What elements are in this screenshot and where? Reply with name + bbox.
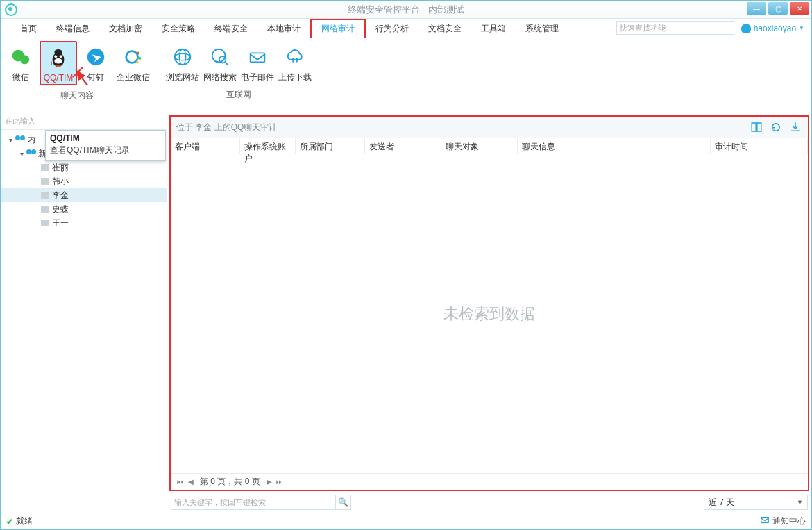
col-sender[interactable]: 发送者 [365, 138, 441, 154]
chevron-down-icon: ▼ [799, 25, 804, 31]
menu-net-audit[interactable]: 网络审计 [310, 19, 366, 38]
svg-rect-18 [251, 53, 265, 62]
tooltip-title: QQ/TIM [50, 133, 161, 143]
grid-empty: 未检索到数据 [171, 154, 808, 473]
menu-security[interactable]: 安全策略 [152, 19, 205, 38]
time-range-value: 近 7 天 [709, 497, 734, 508]
minimize-button[interactable]: — [747, 2, 766, 15]
menu-behavior[interactable]: 行为分析 [366, 19, 418, 38]
pager-prev[interactable]: ◀ [186, 478, 196, 486]
menu-doc-encrypt[interactable]: 文档加密 [99, 19, 152, 38]
user-name: haoxiaoyao [754, 24, 796, 33]
ribbon-email[interactable]: 电子邮件 [239, 41, 276, 85]
svg-point-16 [219, 56, 226, 63]
group-icon [26, 149, 36, 158]
search-icon[interactable]: 🔍 [335, 495, 350, 510]
globe-icon [171, 45, 194, 69]
status-ok-icon: ✔ [6, 517, 13, 527]
menu-term-sec[interactable]: 终端安全 [205, 19, 257, 38]
ribbon-qq-tim[interactable]: QQ/TIM [40, 41, 77, 85]
menu-sys-mgmt[interactable]: 系统管理 [516, 19, 568, 38]
keyword-input[interactable]: 输入关键字，按回车键检索... [171, 497, 335, 508]
col-target[interactable]: 聊天对象 [441, 138, 518, 154]
close-button[interactable]: ✕ [790, 2, 809, 15]
ribbon: 微信 QQ/TIM 钉钉 [1, 38, 811, 113]
terminal-icon [41, 192, 49, 199]
refresh-button[interactable] [769, 120, 783, 134]
org-tree: QQ/TIM 查看QQ/TIM聊天记录 ▾ 内 ▾ 新媒体一部 (0/5) 崔丽 [1, 130, 167, 233]
tree-leaf[interactable]: 韩小 [1, 174, 167, 188]
status-text: 就绪 [16, 515, 33, 527]
col-message[interactable]: 聊天信息 [518, 138, 711, 154]
terminal-icon [41, 178, 49, 185]
svg-point-15 [212, 49, 226, 63]
content-panel: 位于 李金 上的QQ聊天审计 客户端 操作系统账户 所属部门 [167, 113, 811, 513]
col-dept[interactable]: 所属部门 [296, 138, 365, 154]
cloud-transfer-icon [283, 45, 307, 69]
svg-point-5 [60, 55, 62, 58]
menu-local-audit[interactable]: 本地审计 [257, 19, 310, 38]
svg-rect-24 [757, 123, 761, 131]
menu-toolbox[interactable]: 工具箱 [471, 19, 516, 38]
user-menu[interactable]: haoxiaoyao ▼ [734, 19, 811, 38]
audit-header: 位于 李金 上的QQ聊天审计 [171, 117, 808, 138]
ribbon-dingding[interactable]: 钉钉 [77, 41, 115, 85]
svg-point-11 [136, 61, 139, 64]
grid-header: 客户端 操作系统账户 所属部门 发送者 聊天对象 聊天信息 审计时间 [171, 138, 808, 154]
pager-first[interactable]: ⏮ [175, 478, 186, 486]
columns-button[interactable] [750, 120, 763, 134]
qq-icon [46, 47, 70, 70]
menu-doc-sec[interactable]: 文档安全 [418, 19, 471, 38]
terminal-icon [41, 206, 49, 213]
pager-next[interactable]: ▶ [264, 478, 274, 486]
svg-point-8 [126, 51, 138, 63]
ribbon-wechat[interactable]: 微信 [2, 41, 40, 85]
svg-point-3 [54, 58, 62, 64]
tree-search-input[interactable]: 在此输入 [1, 113, 167, 130]
mail-icon [760, 515, 770, 527]
ribbon-work-wechat[interactable]: 企业微信 [115, 41, 152, 85]
chevron-down-icon: ▼ [797, 499, 803, 506]
notification-center[interactable]: 通知中心 [760, 515, 806, 527]
tree-leaf[interactable]: 崔丽 [1, 160, 167, 174]
terminal-icon [41, 164, 49, 171]
pager-text: 第 0 页，共 0 页 [196, 476, 264, 488]
title-bar: 终端安全管控平台 - 内部测试 — ▢ ✕ [1, 1, 811, 19]
time-range-select[interactable]: 近 7 天 ▼ [704, 495, 808, 510]
menu-bar: 首页 终端信息 文档加密 安全策略 终端安全 本地审计 网络审计 行为分析 文档… [1, 19, 811, 38]
pager-last[interactable]: ⏭ [274, 478, 285, 486]
export-button[interactable] [788, 120, 802, 134]
maximize-button[interactable]: ▢ [768, 2, 788, 15]
audit-container: 位于 李金 上的QQ聊天审计 客户端 操作系统账户 所属部门 [169, 115, 809, 491]
tooltip-qq-tim: QQ/TIM 查看QQ/TIM聊天记录 [45, 130, 166, 161]
svg-point-1 [20, 55, 29, 64]
email-icon [246, 45, 269, 69]
ribbon-upload-download[interactable]: 上传下载 [276, 41, 314, 85]
user-icon [741, 24, 751, 33]
quick-search-input[interactable]: 快速查找功能 [616, 21, 734, 35]
svg-point-14 [179, 49, 185, 65]
keyword-search[interactable]: 输入关键字，按回车键检索... 🔍 [171, 495, 351, 510]
col-client[interactable]: 客户端 [171, 138, 240, 154]
svg-point-13 [175, 53, 191, 60]
tree-leaf[interactable]: 王一 [1, 216, 167, 230]
ribbon-search[interactable]: 网络搜索 [201, 41, 239, 85]
svg-point-9 [137, 52, 140, 55]
dingding-icon [84, 45, 108, 69]
tree-panel: 在此输入 QQ/TIM 查看QQ/TIM聊天记录 ▾ 内 ▾ 新媒体一部 (0/… [1, 113, 167, 513]
filter-row: 输入关键字，按回车键检索... 🔍 近 7 天 ▼ [169, 491, 809, 511]
tree-leaf-selected[interactable]: 李金 [1, 188, 167, 202]
svg-point-4 [54, 55, 57, 58]
menu-terminal[interactable]: 终端信息 [46, 19, 99, 38]
ribbon-browse[interactable]: 浏览网站 [164, 41, 201, 85]
col-osuser[interactable]: 操作系统账户 [240, 138, 296, 154]
tooltip-body: 查看QQ/TIM聊天记录 [50, 144, 161, 156]
col-time[interactable]: 审计时间 [711, 138, 808, 154]
svg-point-10 [139, 57, 142, 60]
wechat-icon [9, 45, 33, 69]
menu-home[interactable]: 首页 [10, 19, 46, 38]
window-title: 终端安全管控平台 - 内部测试 [1, 3, 811, 16]
terminal-icon [41, 220, 49, 226]
search-globe-icon [208, 45, 232, 69]
tree-leaf[interactable]: 史蝶 [1, 202, 167, 216]
